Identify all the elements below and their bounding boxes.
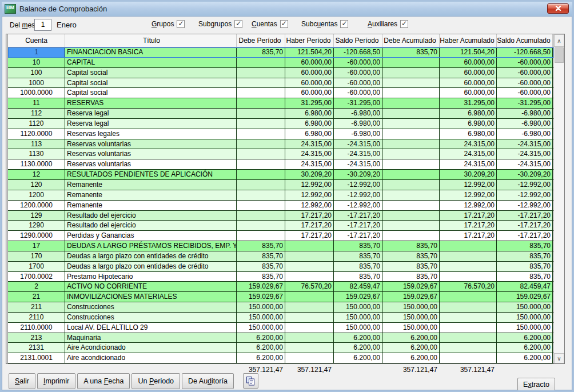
cell-value: 17.217,20 (440, 211, 497, 221)
cell-value (237, 78, 285, 88)
column-header-cuenta: Cuenta (8, 34, 65, 47)
table-row[interactable]: 2110Construcciones150.000,00150.000,0015… (8, 313, 553, 323)
table-row[interactable]: 1700Deudas a largo plazo con entidades d… (8, 262, 553, 272)
cell-value: 159.029,67 (382, 292, 440, 302)
scrollbar-thumb[interactable] (555, 47, 564, 63)
cell-value (440, 272, 497, 282)
table-row[interactable]: 129Resultado del ejercicio17.217,20-17.2… (8, 211, 553, 221)
checkbox-cuentas[interactable]: Cuentas✓ (252, 20, 288, 28)
a-una-fecha-button[interactable]: A una Fecha (77, 373, 130, 389)
table-row[interactable]: 1290Resultado del ejercicio17.217,20-17.… (8, 221, 553, 231)
close-button[interactable] (547, 3, 569, 14)
cell-value: 6.200,00 (497, 333, 553, 343)
table-row[interactable]: 2131.0001Aire acondicionado6.200,006.200… (8, 353, 553, 363)
table-row[interactable]: 1FINANCIACION BASICA835,70121.504,20-120… (8, 47, 553, 58)
cell-value: 835,70 (334, 241, 382, 251)
table-row[interactable]: 1200.0000Remanente12.992,00-12.992,0012.… (8, 201, 553, 211)
cell-titulo: Construcciones (65, 313, 237, 322)
cell-value: 12.992,00 (440, 201, 497, 210)
salir-button[interactable]: Salir (9, 373, 35, 389)
cell-titulo: Deudas a largo plazo con entidades de cr… (65, 251, 237, 261)
cell-value: 30.209,20 (440, 170, 497, 179)
table-row[interactable]: 112Reserva legal6.980,00-6.980,006.980,0… (8, 109, 553, 119)
table-row[interactable]: 1120.0000Reservas legales6.980,00-6.980,… (8, 129, 553, 139)
table-row[interactable]: 1000Capital social60.000,00-60.000,0060.… (8, 78, 553, 89)
title-bar[interactable]: BM Balance de Comprobación (2, 2, 572, 17)
month-number-input[interactable]: 1 (34, 19, 51, 31)
table-row[interactable]: 2ACTIVO NO CORRIENTE159.029,6776.570,208… (8, 282, 553, 292)
cell-value: -17.217,20 (497, 221, 553, 230)
table-row[interactable]: 1130.0000Reservas voluntarias24.315,00-2… (8, 159, 553, 170)
table-row[interactable]: 21INMOVILIZACIONES MATERIALES159.029,671… (8, 292, 553, 302)
table-row[interactable]: 2110.0000Local AV. DEL ALTILLO 29150.000… (8, 323, 553, 333)
table-row[interactable]: 120Remanente12.992,00-12.992,0012.992,00… (8, 180, 553, 190)
checkbox-label: Cuentas (252, 20, 277, 28)
table-row[interactable]: 1200Remanente12.992,00-12.992,0012.992,0… (8, 190, 553, 201)
cell-titulo: Capital social (65, 68, 237, 78)
cell-value: 835,70 (382, 241, 440, 251)
cell-value: 17.217,20 (440, 231, 497, 241)
cell-value (237, 58, 285, 67)
cell-value: -24.315,00 (497, 139, 553, 149)
cell-value: 31.295,00 (285, 98, 334, 108)
table-row[interactable]: 17DEUDAS A LARGO PRÉSTAMOS RECIBIDOS, EM… (8, 241, 553, 251)
cell-value: 835,70 (237, 47, 285, 57)
scroll-up-button[interactable]: ∧ (554, 34, 564, 47)
table-row[interactable]: 170Deudas a largo plazo con entidades de… (8, 251, 553, 262)
cell-value (285, 251, 334, 261)
cell-value: -60.000,00 (334, 88, 382, 98)
de-auditoria-button[interactable]: De Auditoría (182, 373, 234, 389)
checkbox-auxiliares[interactable]: Auxiliares✓ (368, 20, 408, 28)
cell-value: -17.217,20 (334, 221, 382, 230)
table-row[interactable]: 1290.0000Perdidas y Ganancias17.217,20-1… (8, 231, 553, 241)
checkbox-box[interactable]: ✓ (280, 20, 288, 28)
table-row[interactable]: 2131Aire Acondicionado6.200,006.200,006.… (8, 343, 553, 353)
extracto-button[interactable]: Extracto (517, 378, 555, 391)
checkbox-box[interactable]: ✓ (340, 20, 348, 28)
table-row[interactable]: 1000.0000Capital social60.000,00-60.000,… (8, 88, 553, 98)
imprimir-button[interactable]: Imprimir (37, 373, 75, 389)
copy-button[interactable] (243, 373, 258, 389)
month-name-label: Enero (57, 21, 77, 29)
scroll-down-button[interactable]: ∨ (554, 353, 564, 363)
checkbox-subcuentas[interactable]: Subcuentas✓ (301, 20, 348, 28)
un-periodo-button[interactable]: Un Periodo (131, 373, 180, 389)
cell-value: 17.217,20 (440, 221, 497, 230)
cell-value: -12.992,00 (497, 201, 553, 210)
cell-value: 835,70 (497, 251, 553, 261)
cell-value: 150.000,00 (237, 323, 285, 333)
cell-value: 150.000,00 (382, 323, 440, 333)
checkbox-box[interactable]: ✓ (177, 20, 185, 28)
cell-titulo: Capital social (65, 88, 237, 98)
cell-value: 835,70 (382, 262, 440, 271)
cell-value (285, 323, 334, 333)
table-row[interactable]: 113Reservas voluntarias24.315,00-24.315,… (8, 139, 553, 150)
cell-value (237, 170, 285, 179)
cell-value: -120.668,50 (334, 47, 382, 57)
vertical-scrollbar[interactable]: ∧ ∨ (553, 34, 564, 363)
cell-value (237, 190, 285, 200)
checkbox-box[interactable]: ✓ (234, 20, 242, 28)
table-row[interactable]: 10CAPITAL60.000,00-60.000,0060.000,00-60… (8, 58, 553, 68)
cell-value: 24.315,00 (440, 159, 497, 169)
cell-value: 24.315,00 (440, 149, 497, 159)
table-row[interactable]: 213Maquinaria6.200,006.200,006.200,006.2… (8, 333, 553, 343)
table-row[interactable]: 211Construcciones150.000,00150.000,00150… (8, 302, 553, 313)
cell-value: 150.000,00 (334, 313, 382, 322)
checkbox-grupos[interactable]: Grupos✓ (152, 20, 185, 28)
cell-value: -6.980,00 (334, 119, 382, 129)
table-row[interactable]: 1700.0002Prestamo Hipotecario835,70835,7… (8, 272, 553, 282)
checkbox-box[interactable]: ✓ (400, 20, 408, 28)
table-row[interactable]: 1130Reservas voluntarias24.315,00-24.315… (8, 149, 553, 159)
cell-value (440, 313, 497, 322)
cell-titulo: ACTIVO NO CORRIENTE (65, 282, 237, 291)
table-row[interactable]: 11RESERVAS31.295,00-31.295,0031.295,00-3… (8, 98, 553, 109)
table-row[interactable]: 100Capital social60.000,00-60.000,0060.0… (8, 68, 553, 78)
cell-titulo: Reservas voluntarias (65, 139, 237, 149)
cell-titulo: Aire acondicionado (65, 353, 237, 363)
cell-titulo: RESERVAS (65, 98, 237, 108)
table-row[interactable]: 1120Reserva legal6.980,00-6.980,006.980,… (8, 119, 553, 129)
table-row[interactable]: 12RESULTADOS PENDIENTES DE APLICACIÓN30.… (8, 170, 553, 180)
cell-value: 150.000,00 (382, 313, 440, 322)
checkbox-subgrupos[interactable]: Subgrupos✓ (198, 20, 242, 28)
